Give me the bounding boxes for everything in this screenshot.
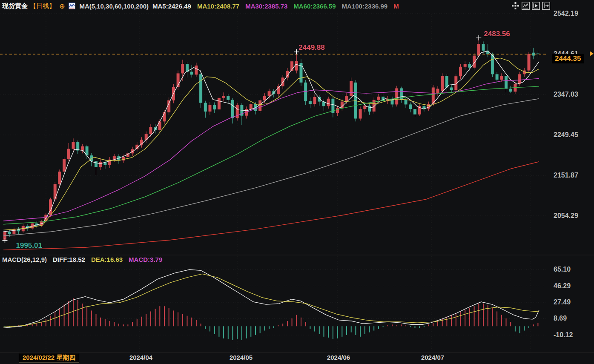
extreme-price-label: 2449.88 [298,43,324,52]
ma-legend-value: MA60:2366.59 [293,3,336,10]
axis-label: 65.10 [554,266,571,273]
latest-price-marker-icon [590,51,594,56]
ma-legend-value: MA100:2336.99 [342,3,388,10]
extreme-price-label: 2483.56 [484,30,510,38]
ma-legend-value: M [393,3,399,10]
time-axis-label: 2024/07 [417,354,448,361]
step-forward-icon[interactable] [542,2,550,10]
ma-legend-value: MA5:2426.49 [152,3,191,10]
period-selector[interactable]: 【日线】 [30,2,55,10]
macd-header: MACD(26,12,9) DIFF:18.52 DEA:16.63 MACD:… [2,256,162,263]
ma-legend-value: MA30:2385.73 [245,3,287,10]
axis-label: 2151.87 [554,172,578,179]
time-axis-label: 2024/06 [323,354,354,361]
time-axis-label: 2024/04 [126,354,156,361]
axis-label: 2249.45 [554,131,578,139]
axis-label: 46.29 [554,282,571,290]
axis-label: 2054.29 [554,212,578,220]
ma-settings-label[interactable]: MA(5,10,30,60,100,200) [79,3,149,10]
current-price-tag: 2444.35 [552,54,584,63]
pan-icon[interactable] [511,2,519,10]
axis-label: 2347.03 [554,91,578,98]
axis-label: 8.69 [554,315,567,322]
crosshair-date-label: 2024/02/22 星期四 [19,353,79,363]
chart-toolbar [511,2,550,10]
compass-icon[interactable]: ⊕ [59,2,65,10]
macd-dea-value: DEA:16.63 [91,256,123,263]
mini-chart-icon[interactable] [69,3,75,9]
indicator-play-icon[interactable] [532,2,540,10]
symbol-name[interactable]: 现货黄金 [2,2,28,10]
chart-header: 现货黄金 【日线】 ⊕ MA(5,10,30,60,100,200) MA5:2… [2,1,399,11]
time-axis-label: 2024/05 [226,354,256,361]
axis-label: 2542.19 [554,10,578,17]
chart-canvas[interactable] [0,0,594,364]
trading-chart-window: 现货黄金 【日线】 ⊕ MA(5,10,30,60,100,200) MA5:2… [0,0,594,364]
candlestick-chart-icon[interactable] [522,2,530,10]
axis-label: 27.49 [554,298,571,306]
time-axis[interactable]: 2024/042024/052024/062024/07 [0,354,594,363]
macd-title[interactable]: MACD(26,12,9) [2,256,47,263]
ma-values-list: MA5:2426.49MA10:2408.77MA30:2385.73MA60:… [152,3,399,10]
extreme-price-label: 1995.01 [16,241,42,250]
macd-diff-value: DIFF:18.52 [53,256,85,263]
ma-legend-value: MA10:2408.77 [197,3,239,10]
macd-hist-value: MACD:3.79 [129,256,162,263]
axis-label: -10.12 [554,331,573,339]
